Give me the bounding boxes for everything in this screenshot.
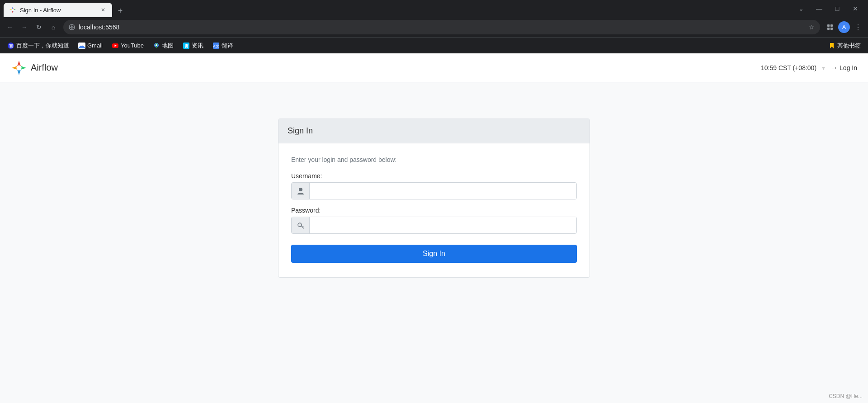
address-bar-row: ← → ↻ ⌂ localhost:5568 ☆ <box>0 17 868 37</box>
active-tab[interactable]: Sign In - Airflow ✕ <box>4 3 112 17</box>
bookmark-icon <box>828 42 835 49</box>
svg-text:资: 资 <box>184 44 189 48</box>
signin-submit-button[interactable]: Sign In <box>291 245 577 263</box>
svg-point-25 <box>17 66 21 70</box>
reload-button[interactable]: ↻ <box>33 21 45 33</box>
bookmark-news-label: 资讯 <box>192 42 203 50</box>
airflow-header: Airflow 10:59 CST (+08:00) ▾ → Log In <box>0 53 868 82</box>
bookmark-translate[interactable]: A文 翻译 <box>209 40 237 52</box>
bookmark-maps-label: 地图 <box>162 42 174 50</box>
svg-point-6 <box>12 9 14 11</box>
header-time: 10:59 CST (+08:00) <box>761 64 816 71</box>
back-button[interactable]: ← <box>4 21 16 33</box>
signin-card-body: Enter your login and password below: Use… <box>278 143 590 277</box>
chrome-menu-area: A ⋮ <box>824 21 864 33</box>
signin-card: Sign In Enter your login and password be… <box>278 119 590 278</box>
home-button[interactable]: ⌂ <box>47 21 60 33</box>
svg-text:A文: A文 <box>213 44 219 48</box>
browser-chrome: Sign In - Airflow ✕ + ⌄ — □ ✕ ← → ↻ ⌂ <box>0 0 868 53</box>
password-input-group <box>291 217 577 234</box>
address-text: localhost:5568 <box>79 24 805 31</box>
username-icon <box>292 183 310 199</box>
profile-button[interactable]: A <box>838 21 850 33</box>
extensions-button[interactable] <box>824 21 836 33</box>
page-footer: CSDN @He... <box>829 393 863 399</box>
forward-button[interactable]: → <box>18 21 31 33</box>
bookmarks-bar: 百 百度一下，你就知道 Gmail <box>0 37 868 53</box>
maps-favicon <box>153 42 160 49</box>
news-favicon: 资 <box>183 42 190 49</box>
airflow-logo-icon <box>11 60 27 76</box>
airflow-logo: Airflow <box>11 60 58 76</box>
bookmark-gmail[interactable]: Gmail <box>75 40 106 51</box>
baidu-favicon: 百 <box>7 42 14 49</box>
bookmark-maps[interactable]: 地图 <box>149 40 177 52</box>
bookmark-baidu[interactable]: 百 百度一下，你就知道 <box>4 40 73 52</box>
header-login-button[interactable]: → Log In <box>830 64 857 72</box>
new-tab-button[interactable]: + <box>114 5 127 17</box>
window-controls: ⌄ — □ ✕ <box>796 3 864 14</box>
username-input-group <box>291 182 577 199</box>
footer-text: CSDN @He... <box>829 393 863 399</box>
tab-favicon <box>9 6 16 14</box>
maximize-button[interactable]: □ <box>832 3 843 14</box>
svg-rect-10 <box>827 24 830 27</box>
tab-search-button[interactable]: ⌄ <box>796 3 807 14</box>
address-icons: ☆ <box>809 24 815 31</box>
svg-rect-13 <box>830 28 833 30</box>
chrome-menu-button[interactable]: ⋮ <box>852 21 864 33</box>
svg-rect-12 <box>827 28 830 30</box>
tab-close-button[interactable]: ✕ <box>99 6 107 14</box>
title-bar: Sign In - Airflow ✕ + ⌄ — □ ✕ <box>0 0 868 17</box>
password-label: Password: <box>291 207 577 214</box>
svg-point-27 <box>298 223 302 227</box>
signin-card-title: Sign In <box>288 126 580 136</box>
signin-card-header: Sign In <box>278 119 590 143</box>
svg-rect-11 <box>830 24 833 27</box>
tab-bar: Sign In - Airflow ✕ + <box>4 0 796 17</box>
main-content: Sign In Enter your login and password be… <box>0 82 868 403</box>
password-input[interactable] <box>310 217 576 233</box>
minimize-button[interactable]: — <box>814 3 825 14</box>
login-arrow-icon: → <box>830 64 838 72</box>
svg-marker-5 <box>12 11 13 13</box>
bookmark-gmail-label: Gmail <box>87 42 103 49</box>
other-bookmarks-label: 其他书签 <box>837 42 861 50</box>
tab-title: Sign In - Airflow <box>20 7 96 14</box>
login-btn-label: Log In <box>840 64 857 71</box>
header-right: 10:59 CST (+08:00) ▾ → Log In <box>761 64 857 72</box>
bookmark-youtube[interactable]: YouTube <box>108 40 147 51</box>
bookmark-star-icon[interactable]: ☆ <box>809 24 815 31</box>
svg-point-20 <box>156 44 157 46</box>
bookmark-baidu-label: 百度一下，你就知道 <box>16 42 69 50</box>
svg-line-29 <box>302 226 303 227</box>
username-label: Username: <box>291 172 577 180</box>
gmail-favicon <box>78 42 85 49</box>
svg-marker-4 <box>13 11 14 13</box>
translate-favicon: A文 <box>212 42 220 49</box>
header-divider: ▾ <box>822 64 825 71</box>
signin-description: Enter your login and password below: <box>291 156 577 163</box>
bookmark-youtube-label: YouTube <box>121 42 144 49</box>
address-box[interactable]: localhost:5568 ☆ <box>63 20 820 34</box>
close-button[interactable]: ✕ <box>850 3 861 14</box>
youtube-favicon <box>112 42 119 49</box>
other-bookmarks[interactable]: 其他书签 <box>825 40 864 52</box>
site-info-icon <box>69 24 75 30</box>
svg-marker-2 <box>14 9 16 10</box>
page-content: Airflow 10:59 CST (+08:00) ▾ → Log In Si… <box>0 53 868 403</box>
svg-marker-1 <box>12 7 13 9</box>
svg-text:百: 百 <box>9 44 14 48</box>
bookmark-translate-label: 翻译 <box>222 42 233 50</box>
svg-point-26 <box>299 188 302 191</box>
bookmark-news[interactable]: 资 资讯 <box>179 40 207 52</box>
airflow-logo-text: Airflow <box>31 62 58 73</box>
svg-marker-0 <box>13 7 14 9</box>
password-icon <box>292 217 310 233</box>
extensions-icon <box>826 24 834 31</box>
username-input[interactable] <box>310 183 576 199</box>
svg-marker-3 <box>9 9 12 10</box>
